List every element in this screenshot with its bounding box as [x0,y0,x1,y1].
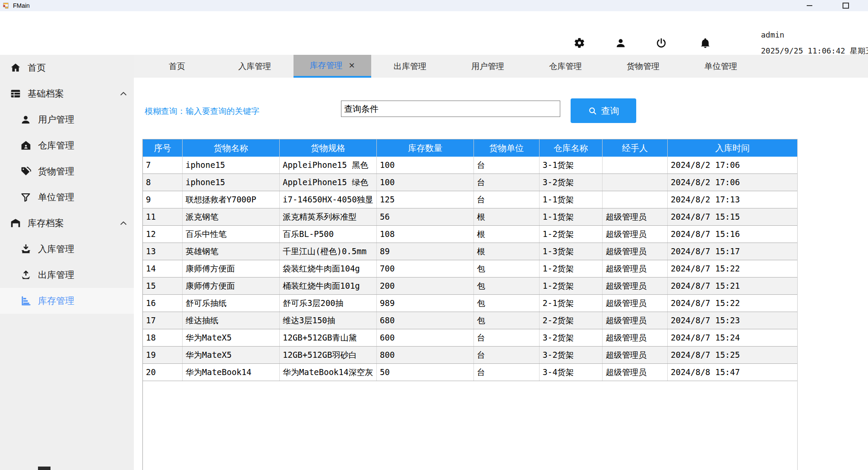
table-cell[interactable]: 包 [473,312,539,329]
table-cell[interactable]: 3-4货架 [539,364,602,381]
sidebar-item-download[interactable]: 入库管理 [0,236,134,262]
table-cell[interactable]: 56 [376,208,473,225]
table-cell[interactable]: 2024/8/7 15:17 [667,243,797,260]
column-header[interactable]: 序号 [143,139,182,157]
table-cell[interactable]: 1-2货架 [539,278,602,294]
sidebar-item-user[interactable]: 用户管理 [0,107,134,132]
sidebar-item-funnel[interactable]: 单位管理 [0,184,134,210]
tab-6[interactable]: 货物管理 [604,55,682,78]
table-cell[interactable]: 华为MateX5 [182,347,279,363]
table-cell[interactable]: 7 [143,157,182,173]
table-cell[interactable]: 2-2货架 [539,312,602,329]
table-cell[interactable]: 超级管理员 [602,226,667,243]
table-cell[interactable]: 2024/8/7 15:15 [667,208,797,225]
table-cell[interactable]: 根 [473,208,539,225]
table-cell[interactable]: 50 [376,364,473,381]
table-cell[interactable]: 华为MateBook14深空灰 [279,364,376,381]
table-cell[interactable]: 超级管理员 [602,295,667,312]
table-cell[interactable]: 2024/8/2 17:06 [667,157,797,173]
table-cell[interactable]: 派克精英系列标准型 [279,208,376,225]
table-cell[interactable]: 100 [376,174,473,191]
table-cell[interactable]: 8 [143,174,182,191]
table-cell[interactable]: 英雄钢笔 [182,243,279,260]
table-cell[interactable]: 台 [473,329,539,346]
table-cell[interactable]: iphone15 [182,157,279,173]
table-cell[interactable]: 百乐BL-P500 [279,226,376,243]
table-cell[interactable]: 台 [473,157,539,173]
table-cell[interactable]: 108 [376,226,473,243]
table-cell[interactable]: 800 [376,347,473,363]
table-cell[interactable]: 桶装红烧牛肉面101g [279,278,376,294]
column-header[interactable]: 货物规格 [279,139,376,157]
table-cell[interactable]: 13 [143,243,182,260]
table-cell[interactable]: 20 [143,364,182,381]
table-cell[interactable]: 2024/8/7 15:21 [667,278,797,294]
maximize-button[interactable] [836,0,855,11]
table-cell[interactable]: 台 [473,191,539,208]
sidebar-item-home[interactable]: 首页 [0,55,134,81]
table-cell[interactable]: 19 [143,347,182,363]
table-cell[interactable]: AppleiPhone15 绿色 [279,174,376,191]
table-cell[interactable]: 989 [376,295,473,312]
table-cell[interactable]: 台 [473,347,539,363]
table-cell[interactable]: 1-3货架 [539,243,602,260]
table-cell[interactable]: 14 [143,260,182,277]
table-cell[interactable]: 18 [143,329,182,346]
user-button[interactable] [614,37,628,50]
chevron-up-icon[interactable] [119,89,128,98]
table-cell[interactable]: 超级管理员 [602,278,667,294]
table-cell[interactable]: 2024/8/7 15:16 [667,226,797,243]
table-cell[interactable]: 125 [376,191,473,208]
sidebar-item-chart[interactable]: 库存管理 [0,288,134,314]
table-cell[interactable]: 超级管理员 [602,260,667,277]
table-cell[interactable]: 2-1货架 [539,295,602,312]
table-cell[interactable]: 超级管理员 [602,329,667,346]
table-cell[interactable]: 3-2货架 [539,347,602,363]
column-header[interactable]: 仓库名称 [539,139,602,157]
gear-button[interactable] [572,37,586,50]
table-cell[interactable]: 600 [376,329,473,346]
table-cell[interactable]: 2024/8/2 17:13 [667,191,797,208]
table-cell[interactable]: 根 [473,243,539,260]
close-icon[interactable]: ✕ [348,62,355,69]
table-cell[interactable]: 200 [376,278,473,294]
table-cell[interactable]: AppleiPhone15 黑色 [279,157,376,173]
tab-3[interactable]: 出库管理 [371,55,449,78]
table-cell[interactable] [602,157,667,173]
sidebar-item-garage[interactable]: 库存档案 [0,210,134,236]
table-cell[interactable]: 百乐中性笔 [182,226,279,243]
table-cell[interactable]: 康师傅方便面 [182,260,279,277]
sidebar-item-warehouse[interactable]: 仓库管理 [0,132,134,158]
column-header[interactable]: 经手人 [602,139,667,157]
table-cell[interactable]: 台 [473,364,539,381]
table-cell[interactable]: 680 [376,312,473,329]
table-cell[interactable]: 华为MateBook14 [182,364,279,381]
column-header[interactable]: 货物单位 [473,139,539,157]
table-cell[interactable]: 2024/8/7 15:25 [667,347,797,363]
table-cell[interactable]: 15 [143,278,182,294]
table-cell[interactable]: 16 [143,295,182,312]
table-cell[interactable]: 12GB+512GB羽砂白 [279,347,376,363]
table-cell[interactable]: 超级管理员 [602,347,667,363]
table-cell[interactable]: 联想拯救者Y7000P [182,191,279,208]
table-cell[interactable]: 2024/8/7 15:22 [667,295,797,312]
column-header[interactable]: 库存数量 [376,139,473,157]
bell-button[interactable] [698,37,712,50]
table-cell[interactable]: 1-2货架 [539,226,602,243]
column-header[interactable]: 货物名称 [182,139,279,157]
table-cell[interactable]: 舒可乐抽纸 [182,295,279,312]
table-cell[interactable]: 12 [143,226,182,243]
table-cell[interactable]: 康师傅方便面 [182,278,279,294]
table-cell[interactable]: 3-2货架 [539,174,602,191]
table-cell[interactable]: 超级管理员 [602,364,667,381]
table-cell[interactable]: 派克钢笔 [182,208,279,225]
table-cell[interactable]: 千里江山(橙色)0.5mm [279,243,376,260]
table-cell[interactable]: 3-1货架 [539,157,602,173]
table-cell[interactable]: 包 [473,295,539,312]
table-cell[interactable]: 超级管理员 [602,243,667,260]
table-cell[interactable]: 袋装红烧牛肉面104g [279,260,376,277]
table-cell[interactable] [602,174,667,191]
table-cell[interactable]: 1-1货架 [539,208,602,225]
table-cell[interactable]: 包 [473,260,539,277]
tab-7[interactable]: 单位管理 [682,55,760,78]
